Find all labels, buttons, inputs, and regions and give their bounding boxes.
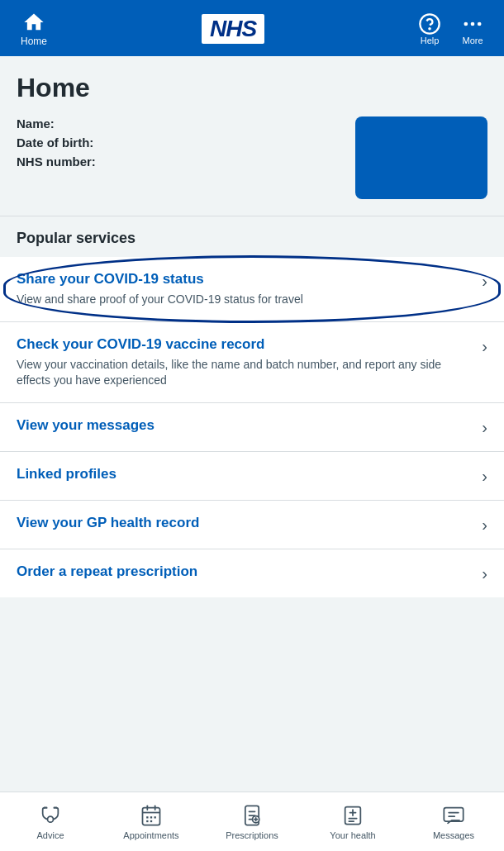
bottom-nav-appointments-label: Appointments	[123, 830, 178, 840]
service-item-messages[interactable]: View your messages ›	[0, 403, 504, 452]
calendar-icon	[140, 804, 163, 827]
nhs-logo: NHS	[202, 14, 264, 44]
more-button[interactable]: More	[454, 12, 491, 45]
home-nav-button[interactable]: Home	[13, 11, 55, 47]
svg-rect-26	[444, 807, 463, 820]
user-info-placeholder-image	[355, 116, 487, 199]
main-content: Home Name: Date of birth: NHS number: Po…	[0, 56, 504, 663]
more-label: More	[462, 36, 483, 45]
service-item-content: View your messages	[17, 416, 482, 438]
bottom-nav-your-health[interactable]: Your health	[302, 792, 403, 851]
service-item-desc: View and share proof of your COVID-19 st…	[17, 292, 472, 308]
service-item-content: Check your COVID-19 vaccine record View …	[17, 335, 482, 389]
chevron-icon: ›	[482, 564, 487, 583]
bottom-nav-messages-label: Messages	[433, 830, 474, 840]
name-label: Name:	[17, 116, 96, 131]
service-item-title: Linked profiles	[17, 465, 472, 483]
app-header: Home NHS Help More	[0, 0, 504, 56]
messages-icon	[442, 804, 465, 827]
page-title: Home	[17, 73, 487, 103]
health-icon	[341, 804, 364, 827]
service-item-covid-status[interactable]: Share your COVID-19 status View and shar…	[0, 257, 504, 322]
service-item-title: View your GP health record	[17, 514, 472, 532]
service-item-title: View your messages	[17, 416, 472, 435]
svg-rect-15	[146, 820, 148, 821]
chevron-icon: ›	[482, 418, 487, 437]
header-right-controls: Help More	[411, 12, 491, 45]
svg-point-2	[464, 22, 468, 26]
service-item-content: View your GP health record	[17, 514, 482, 535]
service-item-vaccine-record[interactable]: Check your COVID-19 vaccine record View …	[0, 322, 504, 403]
bottom-nav-prescriptions-label: Prescriptions	[226, 830, 278, 840]
bottom-nav-advice-label: Advice	[36, 830, 64, 840]
stethoscope-icon	[39, 804, 62, 827]
bottom-nav-appointments[interactable]: Appointments	[101, 792, 202, 851]
chevron-icon: ›	[482, 467, 487, 486]
svg-point-3	[471, 22, 475, 26]
chevron-icon: ›	[482, 516, 487, 535]
help-label: Help	[421, 36, 440, 45]
home-icon	[22, 11, 45, 34]
home-nav-label: Home	[21, 36, 47, 47]
svg-rect-14	[155, 816, 156, 818]
bottom-nav-prescriptions[interactable]: Prescriptions	[202, 792, 302, 851]
help-icon	[418, 12, 441, 36]
bottom-nav-your-health-label: Your health	[330, 830, 375, 840]
bottom-nav-advice[interactable]: Advice	[0, 792, 101, 851]
service-item-content: Share your COVID-19 status View and shar…	[17, 270, 482, 308]
user-info-labels: Name: Date of birth: NHS number:	[17, 116, 96, 169]
popular-services-title: Popular services	[0, 216, 504, 257]
bottom-nav: Advice Appointments Prescriptions	[0, 792, 504, 851]
more-icon	[461, 12, 484, 36]
service-item-title: Order a repeat prescription	[17, 563, 472, 581]
service-item-linked-profiles[interactable]: Linked profiles ›	[0, 452, 504, 501]
service-item-content: Order a repeat prescription	[17, 563, 482, 584]
service-item-title: Share your COVID-19 status	[17, 270, 472, 288]
chevron-icon: ›	[482, 337, 487, 356]
nhs-number-label: NHS number:	[17, 155, 96, 169]
dob-label: Date of birth:	[17, 135, 96, 150]
services-list: Share your COVID-19 status View and shar…	[0, 257, 504, 597]
service-item-content: Linked profiles	[17, 465, 482, 487]
svg-rect-16	[150, 820, 152, 821]
chevron-icon: ›	[482, 272, 487, 291]
service-item-repeat-prescription[interactable]: Order a repeat prescription ›	[0, 549, 504, 597]
user-info-card: Name: Date of birth: NHS number:	[17, 116, 487, 199]
bottom-nav-messages[interactable]: Messages	[403, 792, 504, 851]
service-item-title: Check your COVID-19 vaccine record	[17, 335, 472, 354]
help-button[interactable]: Help	[411, 12, 448, 45]
service-item-desc: View your vaccination details, like the …	[17, 357, 472, 389]
service-item-gp-health-record[interactable]: View your GP health record ›	[0, 501, 504, 549]
svg-point-4	[478, 22, 482, 26]
svg-point-5	[48, 816, 54, 822]
svg-rect-12	[146, 816, 148, 818]
svg-rect-13	[150, 816, 152, 818]
prescription-icon	[240, 804, 264, 827]
